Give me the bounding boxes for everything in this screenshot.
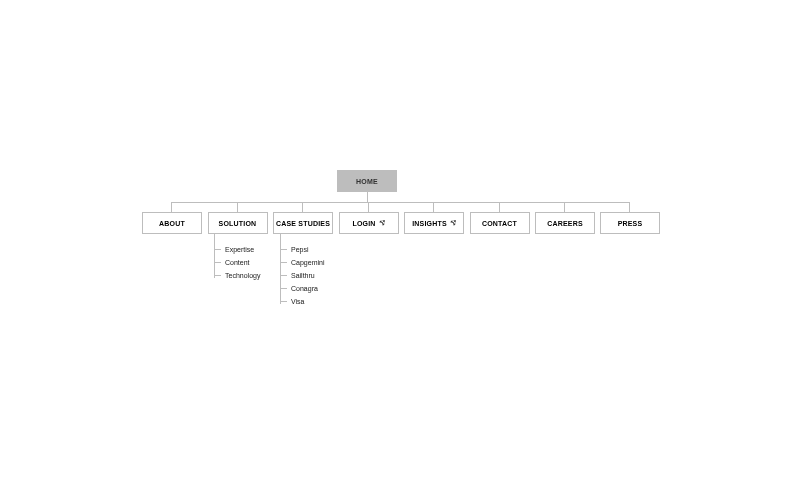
subnode-label: Conagra [291,285,318,292]
node-login-label: LOGIN [352,220,375,227]
connector-tick [215,249,221,250]
node-insights[interactable]: INSIGHTS [404,212,464,234]
connector-tick [281,262,287,263]
subnode-label: Pepsi [291,246,309,253]
connector [171,202,630,203]
subnode-label: Sailthru [291,272,315,279]
connector [171,202,172,212]
subnode-content[interactable]: Content [215,259,250,266]
connector [564,202,565,212]
node-home-label: HOME [356,178,378,185]
subnode-capgemini[interactable]: Capgemini [281,259,324,266]
node-about-label: ABOUT [159,220,185,227]
subnode-label: Technology [225,272,260,279]
connector [368,202,369,212]
external-link-icon [379,220,385,226]
subnode-pepsi[interactable]: Pepsi [281,246,309,253]
subnode-label: Content [225,259,250,266]
connector-tick [281,301,287,302]
node-careers-label: CAREERS [547,220,583,227]
connector [499,202,500,212]
node-contact-label: CONTACT [482,220,517,227]
subnode-technology[interactable]: Technology [215,272,260,279]
node-press-label: PRESS [618,220,643,227]
node-careers[interactable]: CAREERS [535,212,595,234]
subnode-sailthru[interactable]: Sailthru [281,272,315,279]
node-case-studies-label: CASE STUDIES [276,220,330,227]
connector [433,202,434,212]
subnode-label: Capgemini [291,259,324,266]
sitemap-canvas: HOME ABOUT SOLUTION CASE STUDIES LOGIN I… [0,0,800,500]
connector-tick [281,275,287,276]
node-login[interactable]: LOGIN [339,212,399,234]
subnode-expertise[interactable]: Expertise [215,246,254,253]
connector-tick [281,249,287,250]
connector [280,234,281,304]
node-home[interactable]: HOME [337,170,397,192]
connector [629,202,630,212]
node-press[interactable]: PRESS [600,212,660,234]
node-case-studies[interactable]: CASE STUDIES [273,212,333,234]
node-solution-label: SOLUTION [219,220,257,227]
subnode-conagra[interactable]: Conagra [281,285,318,292]
node-about[interactable]: ABOUT [142,212,202,234]
node-solution[interactable]: SOLUTION [208,212,268,234]
connector [367,192,368,202]
subnode-visa[interactable]: Visa [281,298,305,305]
connector-tick [281,288,287,289]
connector [237,202,238,212]
external-link-icon [450,220,456,226]
connector-tick [215,262,221,263]
subnode-label: Expertise [225,246,254,253]
connector-tick [215,275,221,276]
node-contact[interactable]: CONTACT [470,212,530,234]
connector [302,202,303,212]
subnode-label: Visa [291,298,305,305]
node-insights-label: INSIGHTS [412,220,447,227]
